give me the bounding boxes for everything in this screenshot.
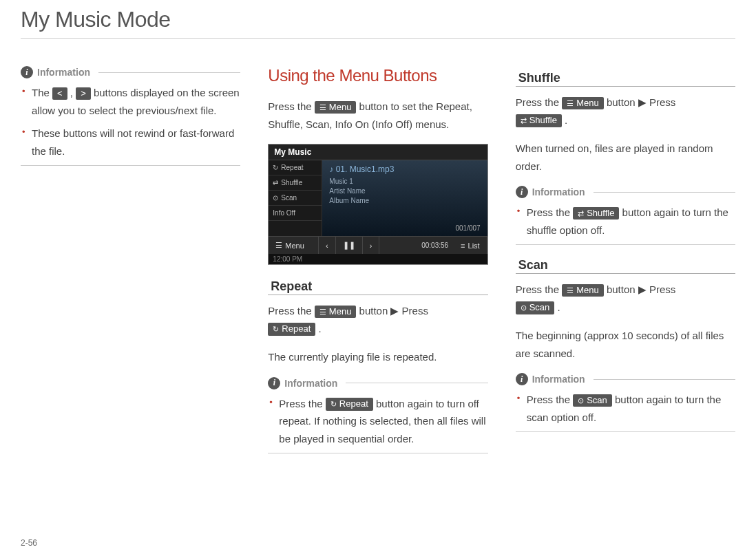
shuffle-icon: ⇄ [578,208,584,218]
divider [516,431,735,432]
screenshot-body: ↻Repeat ⇄Shuffle ⊙Scan Info Off ♪ 01. Mu… [269,160,487,236]
chip-label: Shuffle [587,208,614,220]
artist-name: Artist Name [329,186,480,196]
info-block-prev-next: i Information The < , > buttons displaye… [21,66,240,166]
menu-icon: ☰ [567,286,574,295]
chip-label: Scan [529,302,550,314]
track-counter: 001/007 [456,224,481,232]
menu-button[interactable]: ☰Menu [269,237,319,254]
info-block-scan: i Information Press the ⊙Scan button aga… [516,373,735,432]
info-icon: i [516,186,528,198]
divider [268,453,487,453]
info-icon: i [516,373,528,385]
side-item-shuffle[interactable]: ⇄Shuffle [269,175,322,191]
page-number: 2-56 [21,538,37,548]
label: Info Off [273,209,295,217]
sub-heading-scan: Scan [516,257,735,274]
prev-chip: < [52,87,67,100]
list-icon: ≡ [461,242,465,250]
chip-label: Shuffle [529,115,557,127]
shuffle-icon: ⇄ [273,179,278,186]
section-heading-menu-buttons: Using the Menu Buttons [268,66,487,85]
device-screenshot: My Music ↻Repeat ⇄Shuffle ⊙Scan Info Off… [268,144,487,265]
column-1: i Information The < , > buttons displaye… [21,66,240,466]
repeat-icon: ↻ [330,399,337,409]
pause-button[interactable]: ❚❚ [336,237,363,254]
chip-label: Menu [329,102,352,114]
shuffle-chip: ⇄Shuffle [516,114,562,127]
menu-chip: ☰Menu [562,97,604,110]
repeat-body: The currently playing file is repeated. [268,348,487,366]
text: . [318,323,321,334]
shuffle-instruction: Press the ☰Menu button ▶ Press ⇄Shuffle … [516,94,735,129]
chip-label: Menu [576,285,599,297]
label: Shuffle [281,179,302,186]
info-label: Information [284,378,337,389]
scan-instruction: Press the ☰Menu button ▶ Press ⊙Scan . [516,281,735,316]
scan-icon: ⊙ [578,396,584,405]
screenshot-clock: 12:00 PM [269,254,487,264]
label: List [468,242,480,250]
info-list: Press the ↻Repeat button again to turn o… [268,395,487,448]
shuffle-icon: ⇄ [521,116,527,125]
scan-icon: ⊙ [521,303,527,312]
next-chip: > [76,87,91,100]
side-item-info-off[interactable]: Info Off [269,206,322,221]
side-item-scan[interactable]: ⊙Scan [269,191,322,206]
repeat-instruction: Press the ☰Menu button ▶ Press ↻Repeat . [268,302,487,337]
info-header: i Information [21,66,240,78]
info-label: Information [532,186,585,197]
sub-heading-repeat: Repeat [268,279,487,295]
next-button[interactable]: › [363,237,380,254]
text: button ▶ Press [607,284,675,295]
page-title: My Music Mode [21,7,735,39]
scan-chip: ⊙Scan [573,394,612,407]
text: Press the [516,96,563,108]
album-name: Album Name [329,196,480,206]
chip-label: Menu [576,98,599,109]
info-header: i Information [516,186,735,198]
repeat-icon: ↻ [273,324,279,334]
menu-chip: ☰Menu [315,306,357,319]
sub-heading-shuffle: Shuffle [516,70,735,87]
label: Menu [285,242,304,250]
text: Press the [279,398,326,409]
track-name: Music 1 [329,177,480,186]
shuffle-body: When turned on, files are played in rand… [516,140,735,175]
info-item: The < , > buttons displayed on the scree… [21,84,240,119]
prev-button[interactable]: ‹ [319,237,336,254]
prev-icon: < [57,88,63,100]
divider-line [346,383,487,383]
repeat-chip: ↻Repeat [326,398,373,411]
intro-text: Press the ☰Menu button to set the Repeat… [268,98,487,133]
info-item: Press the ⊙Scan button again to turn the… [516,391,735,426]
menu-chip: ☰Menu [562,284,604,297]
column-3: Shuffle Press the ☰Menu button ▶ Press ⇄… [516,66,735,466]
text: button ▶ Press [607,96,675,108]
play-time: 00:03:56 [416,242,454,249]
info-label: Information [532,374,585,385]
next-icon: > [81,88,86,100]
column-2: Using the Menu Buttons Press the ☰Menu b… [268,66,487,466]
menu-icon: ☰ [319,103,326,112]
divider-line [594,379,735,380]
text: Press the [516,284,563,295]
chip-label: Menu [329,306,352,318]
label: Scan [281,194,297,202]
list-button[interactable]: ≡List [454,237,487,254]
divider-line [98,72,240,73]
text: button ▶ Press [359,305,428,317]
divider-line [594,192,735,193]
screenshot-sidebar: ↻Repeat ⇄Shuffle ⊙Scan Info Off [269,160,322,236]
text: . [565,114,567,126]
text: The [32,87,52,98]
divider [21,165,240,166]
content-columns: i Information The < , > buttons displaye… [21,66,735,466]
info-icon: i [21,66,33,78]
text: . [557,301,560,313]
shuffle-chip: ⇄Shuffle [573,207,619,220]
info-header: i Information [516,373,735,385]
scan-chip: ⊙Scan [516,301,555,314]
side-item-repeat[interactable]: ↻Repeat [269,160,322,175]
chip-label: Repeat [339,398,368,410]
